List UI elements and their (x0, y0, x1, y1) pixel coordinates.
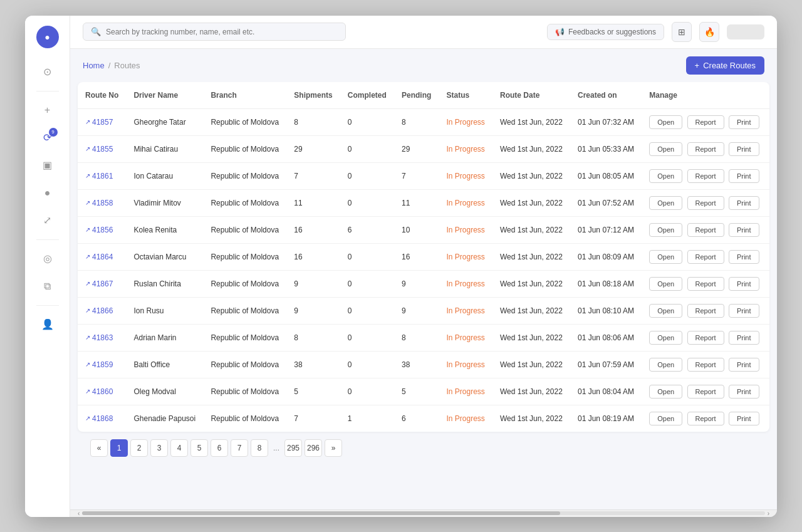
open-button-11[interactable]: Open (649, 412, 682, 425)
cell-shipments-11: 7 (286, 405, 340, 432)
print-button-11[interactable]: Print (729, 412, 759, 425)
horizontal-scrollbar[interactable]: ‹ › (70, 509, 777, 517)
sidebar-item-box[interactable]: ▣ (36, 154, 59, 177)
print-button-4[interactable]: Print (729, 223, 759, 237)
col-shipments: Shipments (286, 82, 340, 109)
pagination-page-295[interactable]: 295 (284, 439, 302, 457)
print-button-8[interactable]: Print (729, 331, 759, 345)
route-link-0[interactable]: ↗ 41857 (85, 118, 118, 127)
hscroll-right-arrow[interactable]: › (765, 510, 772, 517)
pagination-page-3[interactable]: 3 (150, 439, 168, 457)
sidebar-item-dot[interactable]: ● (36, 182, 59, 204)
routes-table-card: Route No Driver Name Branch Shipments Co… (78, 82, 769, 432)
report-button-11[interactable]: Report (687, 412, 724, 425)
report-button-10[interactable]: Report (687, 385, 724, 399)
print-button-5[interactable]: Print (729, 250, 759, 264)
cell-pending-2: 7 (394, 162, 439, 189)
feedback-button[interactable]: 📢 Feedbacks or suggestions (547, 24, 664, 40)
cell-completed-5: 0 (340, 243, 394, 270)
hscroll-thumb[interactable] (82, 511, 560, 515)
cell-route-no-7: ↗ 41866 (78, 297, 126, 324)
print-button-6[interactable]: Print (729, 277, 759, 291)
print-button-3[interactable]: Print (729, 196, 759, 210)
cell-manage-1: Open Report Print (642, 135, 769, 162)
print-button-9[interactable]: Print (729, 358, 759, 372)
pagination-page-296[interactable]: 296 (305, 439, 322, 457)
print-button-7[interactable]: Print (729, 304, 759, 318)
sidebar-item-routes[interactable]: ⟳ 9 (36, 127, 59, 149)
cell-completed-10: 0 (340, 378, 394, 405)
pagination-next[interactable]: » (325, 439, 342, 457)
user-chip[interactable] (727, 24, 764, 39)
route-link-2[interactable]: ↗ 41861 (85, 172, 118, 180)
open-button-1[interactable]: Open (649, 142, 682, 156)
report-button-0[interactable]: Report (687, 115, 724, 129)
open-button-5[interactable]: Open (649, 250, 682, 264)
report-button-2[interactable]: Report (687, 169, 724, 183)
open-button-6[interactable]: Open (649, 277, 682, 291)
sidebar-item-home[interactable]: ⊙ (36, 61, 59, 83)
open-button-9[interactable]: Open (649, 358, 682, 372)
sidebar-item-plus[interactable]: + (36, 99, 59, 122)
cell-status-9: In Progress (439, 351, 492, 378)
open-button-10[interactable]: Open (649, 385, 682, 399)
hscroll-left-arrow[interactable]: ‹ (75, 510, 82, 517)
sidebar-divider-3 (36, 305, 59, 306)
hscroll-track[interactable] (82, 511, 764, 515)
pagination-prev[interactable]: « (90, 439, 108, 457)
open-button-7[interactable]: Open (649, 304, 682, 318)
create-routes-button[interactable]: + Create Routes (686, 56, 764, 75)
route-link-9[interactable]: ↗ 41859 (85, 360, 118, 369)
report-button-8[interactable]: Report (687, 331, 724, 345)
cell-route-no-1: ↗ 41855 (78, 135, 126, 162)
route-link-6[interactable]: ↗ 41867 (85, 279, 118, 288)
route-arrow-5: ↗ (85, 253, 90, 260)
sidebar-item-copy[interactable]: ⧉ (36, 275, 59, 298)
report-button-7[interactable]: Report (687, 304, 724, 318)
route-link-5[interactable]: ↗ 41864 (85, 253, 118, 261)
grid-icon-button[interactable]: ⊞ (672, 22, 692, 42)
search-box[interactable]: 🔍 (83, 23, 346, 41)
search-input[interactable] (106, 28, 338, 36)
sidebar-logo[interactable]: ● (36, 26, 59, 48)
print-button-1[interactable]: Print (729, 142, 759, 156)
route-link-1[interactable]: ↗ 41855 (85, 145, 118, 154)
open-button-2[interactable]: Open (649, 169, 682, 183)
print-button-0[interactable]: Print (729, 115, 759, 129)
pagination-page-5[interactable]: 5 (190, 439, 208, 457)
route-link-8[interactable]: ↗ 41863 (85, 333, 118, 342)
route-link-11[interactable]: ↗ 41868 (85, 414, 118, 423)
report-button-4[interactable]: Report (687, 223, 724, 237)
pagination-page-8[interactable]: 8 (251, 439, 268, 457)
cell-branch-3: Republic of Moldova (203, 189, 286, 216)
report-button-9[interactable]: Report (687, 358, 724, 372)
open-button-8[interactable]: Open (649, 331, 682, 345)
status-badge-3: In Progress (446, 199, 484, 207)
report-button-6[interactable]: Report (687, 277, 724, 291)
print-button-10[interactable]: Print (729, 385, 759, 399)
flame-icon-button[interactable]: 🔥 (699, 22, 719, 42)
report-button-5[interactable]: Report (687, 250, 724, 264)
route-link-3[interactable]: ↗ 41858 (85, 199, 118, 207)
print-button-2[interactable]: Print (729, 169, 759, 183)
report-button-1[interactable]: Report (687, 142, 724, 156)
pagination-page-6[interactable]: 6 (211, 439, 228, 457)
open-button-0[interactable]: Open (649, 115, 682, 129)
pagination-page-2[interactable]: 2 (130, 439, 148, 457)
open-button-4[interactable]: Open (649, 223, 682, 237)
pagination-page-7[interactable]: 7 (231, 439, 248, 457)
pagination-page-4[interactable]: 4 (170, 439, 188, 457)
route-link-4[interactable]: ↗ 41856 (85, 226, 118, 234)
open-button-3[interactable]: Open (649, 196, 682, 210)
pagination-page-1[interactable]: 1 (110, 439, 128, 457)
report-button-3[interactable]: Report (687, 196, 724, 210)
sidebar-item-expand[interactable]: ⤢ (36, 209, 59, 232)
sidebar-item-settings[interactable]: ◎ (36, 248, 59, 270)
status-badge-9: In Progress (446, 360, 484, 369)
cell-completed-7: 0 (340, 297, 394, 324)
breadcrumb-home[interactable]: Home (83, 61, 105, 70)
sidebar-item-user[interactable]: 👤 (36, 313, 59, 336)
route-link-10[interactable]: ↗ 41860 (85, 387, 118, 396)
cell-status-8: In Progress (439, 324, 492, 351)
route-link-7[interactable]: ↗ 41866 (85, 306, 118, 315)
